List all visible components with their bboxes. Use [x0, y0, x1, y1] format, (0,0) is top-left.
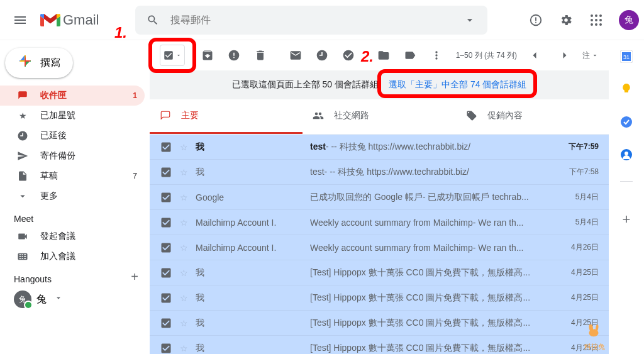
chevron-down-icon[interactable]	[54, 294, 63, 305]
email-row[interactable]: ☆ 我 [Test] Hippopx 數十萬張 CC0 圖片免費下載，無版權高.…	[150, 285, 609, 311]
tab-primary[interactable]: 主要	[150, 99, 303, 134]
email-sender: 我	[196, 167, 303, 178]
nav-more[interactable]: 更多	[0, 186, 145, 206]
row-checkbox[interactable]	[160, 292, 172, 304]
nav-sent[interactable]: 寄件備份	[0, 146, 145, 166]
keep-addon[interactable]	[620, 83, 633, 98]
email-snippet: - -- 科技兔 https://www.techrabbit.biz/	[326, 141, 470, 153]
nav-starred[interactable]: ★ 已加星號	[0, 106, 145, 126]
email-snippet: - -- 科技兔 https://www.techrabbit.biz/	[325, 167, 469, 178]
nav-drafts[interactable]: 草稿 7	[0, 166, 145, 186]
svg-point-12	[621, 116, 632, 128]
snooze-button[interactable]	[309, 43, 335, 68]
svg-point-5	[599, 19, 602, 21]
hangouts-add-icon[interactable]: +	[131, 270, 138, 284]
email-sender: Mailchimp Account I.	[196, 218, 303, 228]
hamburger-menu[interactable]	[5, 5, 35, 35]
add-task-button[interactable]	[336, 43, 361, 68]
tasks-addon[interactable]	[620, 116, 633, 131]
search-icon[interactable]	[140, 8, 165, 33]
email-date: 下午7:58	[561, 167, 599, 177]
email-row[interactable]: ☆ Mailchimp Account I. Weekly account su…	[150, 210, 609, 235]
email-row[interactable]: ☆ 我 [Test] Hippopx 數十萬張 CC0 圖片免費下載，無版權高.…	[150, 311, 609, 336]
nav-inbox[interactable]: 收件匣 1	[0, 86, 145, 106]
select-all-checkbox[interactable]	[160, 45, 185, 66]
email-row[interactable]: ☆ 我 [Test] Hippopx 數十萬張 CC0 圖片免費下載，無版權高.…	[150, 336, 609, 354]
email-row[interactable]: ☆ 我 [Test] Hippopx 數十萬張 CC0 圖片免費下載，無版權高.…	[150, 260, 609, 285]
drafts-badge: 7	[133, 172, 137, 180]
label-button[interactable]	[397, 43, 423, 68]
email-subject: [Test] Hippopx 數十萬張 CC0 圖片免費下載，無版權高...	[310, 318, 530, 329]
row-checkbox[interactable]	[160, 166, 172, 179]
star-icon[interactable]: ☆	[180, 142, 188, 152]
row-checkbox[interactable]	[160, 241, 172, 254]
star-icon[interactable]: ☆	[180, 167, 188, 177]
row-checkbox[interactable]	[160, 342, 172, 355]
star-icon[interactable]: ☆	[180, 268, 188, 278]
row-checkbox[interactable]	[160, 141, 172, 153]
more-button[interactable]	[424, 43, 449, 68]
star-icon[interactable]: ☆	[180, 243, 188, 253]
plus-icon	[18, 53, 33, 72]
contacts-addon[interactable]	[620, 148, 633, 163]
email-subject: test	[310, 141, 326, 153]
add-addon-button[interactable]: +	[623, 211, 631, 228]
email-sender: Google	[196, 192, 303, 202]
email-row[interactable]: ☆ 我 test - -- 科技兔 https://www.techrabbit…	[150, 135, 609, 160]
input-method[interactable]: 注	[582, 50, 599, 61]
nav-snoozed[interactable]: 已延後	[0, 126, 145, 146]
keyboard-icon	[16, 251, 29, 262]
email-subject: [Test] Hippopx 數十萬張 CC0 圖片免費下載，無版權高...	[310, 343, 530, 354]
email-sender: 我	[196, 267, 303, 279]
prev-page-button[interactable]	[522, 43, 547, 68]
svg-point-2	[599, 14, 602, 17]
select-all-link[interactable]: 選取「主要」中全部 74 個會話群組	[389, 79, 526, 91]
star-icon[interactable]: ☆	[180, 318, 188, 328]
email-row[interactable]: ☆ 我 test - -- 科技兔 https://www.techrabbit…	[150, 160, 609, 185]
meet-join[interactable]: 加入會議	[0, 246, 145, 267]
settings-icon[interactable]	[553, 8, 579, 33]
compose-button[interactable]: 撰寫	[5, 48, 73, 78]
email-subject: [Test] Hippopx 數十萬張 CC0 圖片免費下載，無版權高...	[310, 267, 530, 279]
star-icon[interactable]: ☆	[180, 192, 188, 202]
chevron-down-icon	[16, 191, 29, 202]
svg-point-8	[599, 23, 602, 26]
gmail-logo-text: Gmail	[63, 12, 99, 28]
tab-social[interactable]: 社交網路	[303, 99, 455, 134]
search-bar[interactable]	[135, 6, 487, 35]
row-checkbox[interactable]	[160, 267, 172, 279]
meet-header: Meet	[0, 206, 150, 226]
email-row[interactable]: ☆ Google 已成功取回您的 Google 帳戶 - 已成功取回帳戶 tec…	[150, 185, 609, 210]
email-date: 4月25日	[561, 292, 599, 303]
gmail-logo[interactable]: Gmail	[40, 12, 99, 28]
svg-point-3	[591, 19, 593, 21]
apps-icon[interactable]	[584, 8, 609, 33]
mark-read-button[interactable]	[283, 43, 308, 68]
star-icon[interactable]: ☆	[180, 293, 188, 303]
spam-button[interactable]	[221, 43, 247, 68]
next-page-button[interactable]	[552, 43, 577, 68]
email-date: 4月25日	[561, 267, 599, 278]
email-sender: 我	[196, 292, 303, 304]
row-checkbox[interactable]	[160, 191, 172, 204]
row-checkbox[interactable]	[160, 216, 172, 229]
star-icon[interactable]: ☆	[180, 343, 188, 353]
calendar-addon[interactable]: 31	[620, 50, 633, 65]
svg-point-14	[625, 152, 628, 155]
hangouts-user[interactable]: 兔 兔	[0, 287, 150, 312]
delete-button[interactable]	[248, 43, 273, 68]
archive-button[interactable]	[195, 43, 220, 68]
meet-start[interactable]: 發起會議	[0, 226, 145, 246]
svg-point-6	[591, 23, 593, 26]
tab-promotions[interactable]: 促銷內容	[456, 99, 609, 134]
draft-icon	[16, 170, 29, 182]
help-icon[interactable]	[523, 8, 548, 33]
search-dropdown-icon[interactable]	[457, 8, 482, 33]
row-checkbox[interactable]	[160, 317, 172, 329]
search-input[interactable]	[165, 14, 457, 26]
inbox-icon	[16, 90, 29, 101]
move-button[interactable]	[371, 43, 396, 68]
profile-avatar[interactable]: 兔	[619, 10, 639, 30]
star-icon[interactable]: ☆	[180, 218, 188, 228]
email-row[interactable]: ☆ Mailchimp Account I. Weekly account su…	[150, 235, 609, 260]
